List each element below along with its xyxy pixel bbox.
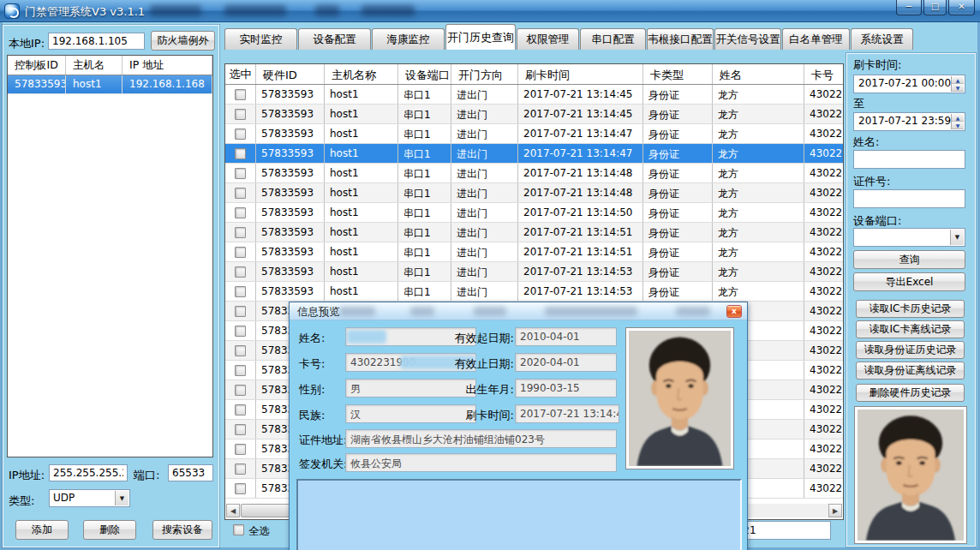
dialog-titlebar[interactable]: 信息预览 x [290,302,747,320]
tab-1[interactable]: 设备配置 [298,28,371,50]
dlg-valid-to-value[interactable]: 2020-04-01 [515,353,617,372]
column-header[interactable]: 卡号 [804,64,843,84]
delete-device-button[interactable]: 删除 [83,520,136,540]
action-button-0[interactable]: 读取IC卡历史记录 [856,300,965,318]
local-ip-field[interactable] [48,33,145,50]
column-header[interactable]: 主机名称 [325,64,398,84]
history-row[interactable]: 57833593host1串口1进出门2017-07-21 13:14:51身份… [225,242,843,262]
dlg-birth-value[interactable]: 1990-03-15 [515,379,617,398]
chevron-down-icon[interactable]: ▼ [115,491,128,505]
tab-2[interactable]: 海康监控 [372,28,445,50]
row-checkbox[interactable] [235,424,246,435]
port-field[interactable] [168,464,213,481]
portrait-photo [625,327,734,469]
filter-cert-field[interactable] [853,189,965,208]
export-excel-button[interactable]: 导出Excel [853,272,965,291]
tab-9[interactable]: 系统设置 [851,28,913,50]
dlg-valid-from-value[interactable]: 2010-04-01 [515,327,617,346]
history-row[interactable]: 57833593host1串口1进出门2017-07-21 13:14:47身份… [225,124,843,144]
row-checkbox[interactable] [235,109,246,120]
chevron-down-icon[interactable]: ▼ [950,230,964,245]
column-header[interactable]: 卡类型 [643,64,713,84]
row-checkbox[interactable] [235,404,246,415]
time-from-field[interactable]: 2017-07-21 00:00 ▲▼ [853,75,965,93]
history-row[interactable]: 57833593host1串口1进出门2017-07-21 13:14:50身份… [225,203,843,223]
history-row[interactable]: 57833593host1串口1进出门2017-07-21 13:14:53身份… [225,282,843,302]
row-checkbox[interactable] [235,444,246,455]
tab-8[interactable]: 白名单管理 [782,28,850,50]
action-button-4[interactable]: 删除硬件历史记录 [856,384,965,402]
row-checkbox[interactable] [235,227,246,238]
tab-5[interactable]: 串口配置 [580,28,646,50]
history-cell: 43022 [804,203,843,222]
row-checkbox[interactable] [235,365,246,376]
type-select[interactable]: UDP ▼ [49,489,130,507]
row-checkbox[interactable] [235,266,246,278]
row-checkbox[interactable] [235,385,246,396]
row-checkbox[interactable] [235,326,246,337]
row-checkbox[interactable] [235,188,246,199]
minimize-button[interactable]: ─ [896,0,922,15]
column-header[interactable]: 主机名 [66,56,122,75]
filter-port-select[interactable]: ▼ [853,228,965,247]
column-header[interactable]: 姓名 [713,64,804,84]
select-all-checkbox[interactable] [233,524,244,535]
scroll-right-icon[interactable]: ▶ [828,504,842,517]
time-to-field[interactable]: 2017-07-21 23:59 ▲▼ [853,112,965,131]
history-row[interactable]: 57833593host1串口1进出门2017-07-21 13:14:48身份… [225,183,843,203]
dlg-valid-from-label: 有效起日期: [435,331,514,346]
row-checkbox[interactable] [235,168,246,179]
device-row[interactable]: 57833593host1192.168.1.168 [8,75,212,94]
dialog-close-button[interactable]: x [726,305,742,318]
history-row[interactable]: 57833593host1串口1进出门2017-07-21 13:14:45身份… [225,85,843,105]
column-header[interactable]: 控制板ID [8,56,66,75]
add-device-button[interactable]: 添加 [15,520,69,540]
dlg-address-value[interactable]: 湖南省攸县槚山乡大沧村油铺组油铺023号 [345,429,617,448]
tab-0[interactable]: 实时监控 [224,28,297,50]
checkbox-cell [225,124,256,143]
row-checkbox[interactable] [235,129,246,140]
row-checkbox[interactable] [235,463,246,475]
history-cell: 进出门 [451,282,518,301]
broadcast-ip-field[interactable] [49,464,128,481]
column-header[interactable]: 硬件ID [256,64,325,84]
maximize-button[interactable]: □ [923,0,947,15]
tab-3[interactable]: 开门历史查询 [445,24,516,50]
action-button-2[interactable]: 读取身份证历史记录 [856,341,965,359]
row-checkbox[interactable] [235,247,246,258]
action-button-3[interactable]: 读取身份证离线记录 [856,362,965,380]
tab-7[interactable]: 开关信号设置 [714,28,781,50]
checkbox-cell [225,361,256,380]
row-checkbox[interactable] [235,483,246,494]
spinner-icon[interactable]: ▲▼ [951,114,964,129]
tab-6[interactable]: 韦根接口配置 [647,28,714,50]
query-button[interactable]: 查询 [853,250,965,269]
history-row[interactable]: 57833593host1串口1进出门2017-07-21 13:14:53身份… [225,262,843,282]
search-device-button[interactable]: 搜索设备 [152,520,212,540]
history-row[interactable]: 57833593host1串口1进出门2017-07-21 13:14:47身份… [225,144,843,164]
column-header[interactable]: 设备端口 [398,64,451,84]
column-header[interactable]: IP 地址 [122,56,212,75]
row-checkbox[interactable] [235,89,246,100]
tab-4[interactable]: 权限管理 [517,28,579,50]
column-header[interactable]: 刷卡时间 [518,64,643,84]
column-header[interactable]: 开门方向 [451,64,518,84]
row-checkbox[interactable] [235,207,246,218]
close-button[interactable]: ✕ [948,0,975,15]
row-checkbox[interactable] [235,345,246,356]
column-header[interactable]: 选中 [225,64,256,84]
firewall-exception-button[interactable]: 防火墙例外 [151,31,215,51]
spinner-icon[interactable]: ▲▼ [951,76,964,92]
dlg-swipe-value[interactable]: 2017-07-21 13:14:47 [515,404,619,423]
dlg-issuer-value[interactable]: 攸县公安局 [345,453,617,472]
window-titlebar[interactable]: 门禁管理系统V3 v3.1.1 ─ □ ✕ [0,0,980,22]
filter-name-field[interactable] [853,150,965,169]
history-row[interactable]: 57833593host1串口1进出门2017-07-21 13:14:45身份… [225,105,843,124]
row-checkbox[interactable] [235,286,246,297]
row-checkbox[interactable] [235,306,246,317]
history-row[interactable]: 57833593host1串口1进出门2017-07-21 13:14:48身份… [225,164,843,183]
scroll-left-icon[interactable]: ◀ [226,504,240,517]
row-checkbox[interactable] [235,148,246,159]
history-row[interactable]: 57833593host1串口1进出门2017-07-21 13:14:51身份… [225,223,843,242]
action-button-1[interactable]: 读取IC卡离线记录 [856,320,965,338]
